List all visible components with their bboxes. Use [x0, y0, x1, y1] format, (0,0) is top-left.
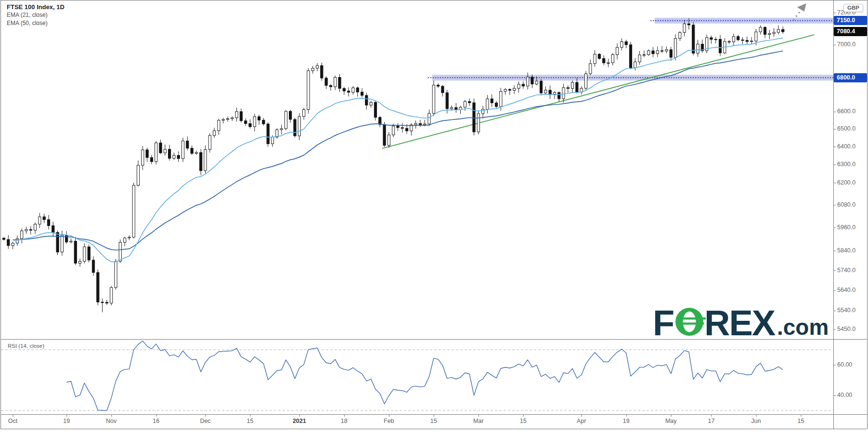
candle	[603, 58, 605, 63]
candle	[648, 51, 650, 54]
forex-watermark-logo: FREX.com	[653, 303, 829, 343]
candle	[105, 303, 108, 303]
candle	[204, 149, 207, 171]
ema21-line[interactable]	[13, 38, 783, 262]
candle	[558, 92, 560, 99]
candle	[303, 110, 305, 117]
candle	[119, 242, 121, 261]
candle	[231, 118, 233, 119]
time-axis-label: 15	[797, 418, 804, 424]
time-axis-label: Feb	[384, 418, 394, 424]
time-axis-label: 15	[430, 418, 437, 424]
time-axis-label: 15	[520, 418, 527, 424]
candle	[97, 273, 99, 302]
candle	[513, 88, 516, 90]
candle	[482, 109, 484, 114]
candle	[450, 107, 453, 109]
arrow-head	[797, 3, 806, 12]
candle	[338, 78, 341, 89]
candle	[782, 29, 784, 32]
candle	[124, 238, 126, 242]
legend-ema21[interactable]: EMA (21, close)	[7, 11, 65, 19]
logo-euro-stroke-top	[683, 317, 706, 319]
candle	[65, 235, 68, 242]
candle	[504, 90, 506, 92]
candle	[383, 124, 386, 145]
rsi-legend[interactable]: RSI (14, close)	[6, 343, 46, 349]
candle	[661, 51, 663, 51]
level-price-badge: 7150.0	[834, 16, 867, 25]
candle	[101, 302, 104, 303]
candle	[594, 54, 596, 64]
candle	[294, 119, 296, 136]
candle-wicks	[4, 18, 783, 312]
rsi-line[interactable]	[66, 341, 783, 411]
candle	[226, 119, 229, 119]
candle	[267, 124, 269, 144]
candle	[719, 39, 721, 53]
candle	[74, 241, 77, 264]
candle	[115, 261, 117, 288]
candle	[262, 120, 265, 124]
price-axis-label: 5640.0	[837, 286, 855, 295]
candle	[625, 42, 627, 45]
candle	[679, 32, 681, 38]
candle	[687, 24, 690, 25]
price-level-7150[interactable]	[651, 18, 833, 24]
price-axis-label: 6200.0	[837, 178, 855, 187]
candle	[365, 95, 368, 105]
candle	[598, 54, 600, 59]
candle	[142, 150, 144, 165]
candle	[168, 149, 171, 158]
time-axis-label: Mar	[473, 418, 484, 424]
candle	[728, 41, 730, 42]
candle	[285, 111, 287, 129]
logo-dotcom: .com	[777, 315, 829, 340]
candle	[56, 232, 59, 252]
price-level-6800[interactable]	[428, 75, 833, 80]
time-axis-label: May	[665, 418, 677, 424]
candle	[777, 29, 779, 32]
candle	[155, 143, 157, 162]
chart-canvas[interactable]: FREX.com	[0, 0, 868, 435]
price-axis-label: 5450.0	[837, 325, 855, 334]
candle	[218, 120, 220, 131]
arrow-trail-dot	[799, 12, 800, 13]
time-axis-label: Jun	[751, 418, 761, 424]
candle	[213, 131, 216, 135]
time-axis-label: Dec	[200, 418, 210, 424]
candle	[629, 45, 632, 68]
candle	[500, 92, 502, 107]
candle	[634, 62, 636, 68]
symbol-title[interactable]: FTSE 100 Index, 1D	[7, 3, 65, 11]
price-axis-label: 5540.0	[837, 306, 855, 315]
candle	[25, 229, 27, 231]
price-axis-label: 6300.0	[837, 160, 855, 169]
candle	[388, 135, 390, 145]
candle	[535, 81, 538, 84]
price-axis-label: 5840.0	[837, 246, 855, 255]
candle	[571, 82, 574, 89]
candle	[47, 220, 50, 226]
candle	[652, 51, 654, 53]
candle	[589, 64, 592, 74]
candle	[441, 86, 444, 92]
time-axis-label: 2021	[293, 418, 306, 424]
candle	[737, 37, 739, 40]
candle	[311, 68, 314, 71]
legend-ema50[interactable]: EMA (50, close)	[7, 19, 65, 27]
wick-path	[4, 18, 783, 312]
candle	[638, 55, 641, 62]
ema50-line[interactable]	[13, 51, 783, 250]
candle	[249, 124, 251, 127]
logo-letter-f: F	[653, 303, 674, 343]
logo-o-zero	[683, 312, 696, 332]
candle	[164, 149, 166, 153]
candle	[29, 229, 32, 230]
candle	[764, 27, 766, 35]
candle	[240, 112, 242, 121]
chart-legend: FTSE 100 Index, 1D EMA (21, close) EMA (…	[7, 3, 65, 27]
candle	[746, 40, 748, 41]
candle	[464, 102, 466, 107]
candle	[692, 25, 695, 53]
